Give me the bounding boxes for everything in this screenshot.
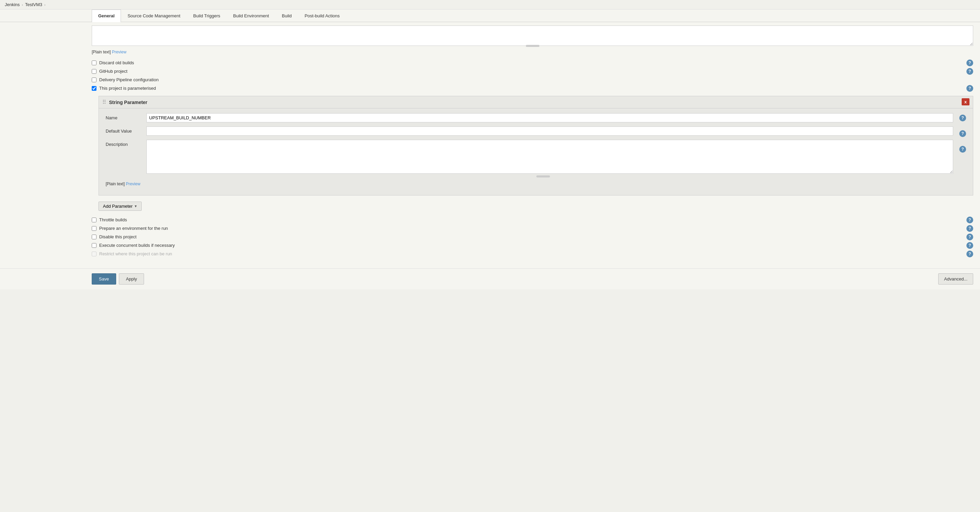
label-execute-concurrent: Execute concurrent builds if necessary	[99, 243, 175, 248]
add-parameter-label: Add Parameter	[103, 204, 132, 209]
param-description-label: Description	[106, 140, 146, 147]
plain-text-line-top: [Plain text] Preview	[92, 49, 973, 54]
checkbox-throttle-builds[interactable]	[92, 218, 97, 222]
label-discard-old-builds: Discard old builds	[99, 60, 134, 65]
label-prepare-environment: Prepare an environment for the run	[99, 226, 168, 231]
param-description-input-wrapper	[146, 140, 953, 177]
breadcrumb-sep-2: ›	[44, 3, 46, 7]
help-throttle-builds[interactable]: ?	[966, 217, 973, 223]
save-button[interactable]: Save	[92, 273, 116, 285]
plain-text-line-param: [Plain text] Preview	[106, 182, 953, 186]
checkbox-row-prepare-env: Prepare an environment for the run ?	[92, 224, 973, 233]
tab-general[interactable]: General	[92, 10, 121, 22]
add-parameter-caret-icon: ▼	[134, 204, 137, 208]
help-prepare-environment[interactable]: ?	[966, 225, 973, 232]
checkbox-row-restrict: Restrict where this project can be run ?	[92, 250, 973, 258]
apply-button[interactable]: Apply	[119, 273, 144, 285]
help-param-default[interactable]: ?	[959, 130, 966, 137]
checkbox-row-throttle: Throttle builds ?	[92, 215, 973, 224]
checkbox-row-concurrent: Execute concurrent builds if necessary ?	[92, 241, 973, 250]
help-disable-project[interactable]: ?	[966, 234, 973, 240]
param-default-input[interactable]	[146, 126, 953, 136]
checkbox-row-parameterised: This project is parameterised ?	[92, 84, 973, 93]
help-param-name[interactable]: ?	[959, 115, 966, 121]
breadcrumb-sep-1: ›	[22, 3, 23, 7]
preview-link-param[interactable]: Preview	[126, 182, 140, 186]
checkbox-restrict-where[interactable]	[92, 252, 97, 256]
param-default-input-wrapper	[146, 126, 953, 136]
checkbox-disable-project[interactable]	[92, 234, 97, 239]
param-description-field: Description	[106, 140, 953, 177]
description-textarea[interactable]	[92, 26, 973, 46]
checkbox-parameterised[interactable]	[92, 86, 97, 91]
string-parameter-title: String Parameter	[109, 100, 148, 105]
label-disable-project: Disable this project	[99, 234, 137, 239]
help-discard-old-builds[interactable]: ?	[966, 59, 973, 66]
advanced-button[interactable]: Advanced...	[938, 273, 973, 285]
form-section-general: [Plain text] Preview Discard old builds …	[92, 22, 973, 262]
help-param-description[interactable]: ?	[959, 146, 966, 153]
tab-source-code[interactable]: Source Code Management	[121, 10, 186, 22]
help-github-project[interactable]: ?	[966, 68, 973, 75]
checkbox-row-delivery: Delivery Pipeline configuration	[92, 75, 973, 84]
param-close-button[interactable]: x	[962, 98, 969, 105]
checkbox-github-project[interactable]	[92, 69, 97, 74]
label-restrict-where: Restrict where this project can be run	[99, 251, 172, 256]
add-parameter-button[interactable]: Add Parameter ▼	[99, 202, 142, 211]
tab-build[interactable]: Build	[275, 10, 298, 22]
param-name-field: Name	[106, 113, 953, 123]
param-name-input-wrapper	[146, 113, 953, 123]
param-default-label: Default Value	[106, 126, 146, 134]
label-delivery-pipeline: Delivery Pipeline configuration	[99, 77, 159, 82]
checkbox-row-disable: Disable this project ?	[92, 233, 973, 241]
bottom-bar: Save Apply Advanced...	[0, 268, 980, 289]
checkbox-execute-concurrent[interactable]	[92, 243, 97, 248]
form-area: [Plain text] Preview Discard old builds …	[0, 22, 980, 268]
checkbox-row-github: GitHub project ?	[92, 67, 973, 75]
param-description-textarea[interactable]	[146, 140, 953, 174]
help-restrict-where[interactable]: ?	[966, 250, 973, 257]
tabs-bar: General Source Code Management Build Tri…	[0, 10, 980, 22]
breadcrumb-testvm3[interactable]: TestVM3	[25, 2, 43, 7]
drag-handle-icon[interactable]: ⠿	[102, 99, 106, 105]
tab-build-triggers[interactable]: Build Triggers	[187, 10, 227, 22]
param-panel-body: Name Default Value	[99, 108, 973, 195]
param-name-input[interactable]	[146, 113, 953, 123]
breadcrumb-jenkins[interactable]: Jenkins	[5, 2, 20, 7]
param-panel-header: ⠿ String Parameter x	[99, 96, 973, 108]
help-execute-concurrent[interactable]: ?	[966, 242, 973, 249]
checkbox-delivery-pipeline[interactable]	[92, 78, 97, 82]
checkbox-prepare-environment[interactable]	[92, 226, 97, 231]
tab-post-build[interactable]: Post-build Actions	[298, 10, 346, 22]
param-default-field: Default Value	[106, 126, 953, 136]
breadcrumb: Jenkins › TestVM3 ›	[0, 0, 980, 10]
help-parameterised[interactable]: ?	[966, 85, 973, 92]
label-throttle-builds: Throttle builds	[99, 217, 127, 222]
checkbox-row-discard: Discard old builds ?	[92, 59, 973, 67]
param-name-label: Name	[106, 113, 146, 120]
checkbox-discard-old-builds[interactable]	[92, 61, 97, 65]
tab-build-environment[interactable]: Build Environment	[227, 10, 275, 22]
label-github-project: GitHub project	[99, 69, 127, 74]
label-parameterised: This project is parameterised	[99, 86, 156, 91]
preview-link-top[interactable]: Preview	[112, 49, 126, 54]
string-parameter-panel: ⠿ String Parameter x Name	[99, 96, 973, 196]
